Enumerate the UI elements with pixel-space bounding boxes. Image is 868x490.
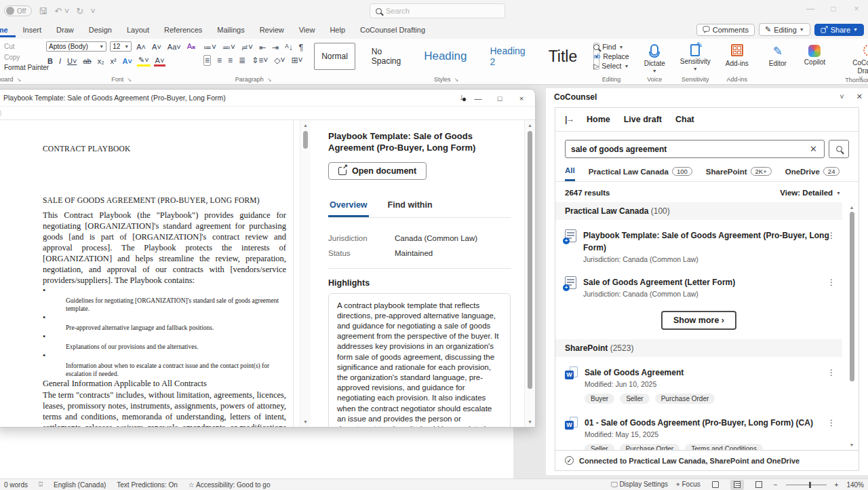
align-left-icon[interactable]: ≡ bbox=[203, 55, 211, 66]
kebab-menu-icon[interactable]: ⋮ bbox=[827, 231, 835, 240]
styles-dialog-launcher[interactable]: ↘ bbox=[454, 77, 459, 83]
align-center-icon[interactable]: ≡ bbox=[217, 56, 222, 65]
tab-review[interactable]: Review bbox=[252, 23, 292, 37]
scroll-up-icon[interactable]: ▲ bbox=[847, 205, 856, 210]
line-spacing-icon[interactable]: ⇕≡˅ bbox=[252, 56, 268, 65]
scroll-down-icon[interactable]: ▼ bbox=[847, 442, 856, 447]
font-dialog-launcher[interactable]: ↘ bbox=[127, 77, 132, 83]
collapse-ribbon-icon[interactable]: ˅ bbox=[859, 75, 863, 81]
focus-button[interactable]: ⌖ Focus bbox=[676, 480, 701, 489]
highlight-color-icon[interactable]: ✎˅ bbox=[137, 56, 151, 67]
filter-sharepoint[interactable]: SharePoint2K+ bbox=[706, 167, 772, 181]
tab-layout[interactable]: Layout bbox=[119, 23, 157, 37]
zoom-slider-thumb[interactable] bbox=[809, 482, 811, 488]
clear-formatting-icon[interactable]: A𝄪 bbox=[186, 42, 197, 51]
popup-minimize-icon[interactable]: — bbox=[467, 94, 489, 102]
find-button[interactable]: Find▼ bbox=[593, 43, 629, 51]
editing-mode-button[interactable]: ✎ Editing ▼ bbox=[759, 23, 810, 36]
text-predictions-status[interactable]: Text Predictions: On bbox=[117, 481, 177, 489]
undo-icon[interactable]: ↶ ˅ bbox=[54, 6, 69, 16]
tab-find-within[interactable]: Find within bbox=[387, 196, 434, 217]
zoom-in-button[interactable]: + bbox=[835, 481, 839, 489]
popup-maximize-icon[interactable]: □ bbox=[489, 94, 511, 102]
scrollbar-thumb[interactable] bbox=[528, 131, 532, 389]
result-item[interactable]: + Playbook Template: Sale of Goods Agree… bbox=[555, 223, 842, 269]
kebab-menu-icon[interactable]: ⋮ bbox=[827, 418, 835, 428]
result-item[interactable]: W 01 - Sale of Goods Agreement (Pro-Buye… bbox=[555, 410, 842, 450]
copilot-button[interactable]: Copilot bbox=[800, 43, 829, 67]
sensitivity-button[interactable]: Sensitivity ▼ bbox=[676, 41, 715, 73]
multilevel-list-icon[interactable]: ≓˅ bbox=[241, 43, 253, 52]
style-no-spacing[interactable]: No Spacing bbox=[365, 43, 408, 70]
proofing-book-icon[interactable]: ⌺ bbox=[39, 480, 43, 489]
editor-button[interactable]: ✎ Editor bbox=[765, 43, 791, 69]
collapse-pane-icon[interactable]: |→ bbox=[565, 115, 573, 124]
tab-references[interactable]: References bbox=[157, 23, 210, 37]
underline-icon[interactable]: U˅ bbox=[66, 57, 78, 65]
cocounsel-drafting-button[interactable]: CoCounsel Drafting bbox=[842, 41, 868, 76]
clipboard-dialog-launcher[interactable]: ↘ bbox=[16, 77, 21, 83]
scrollbar-thumb[interactable] bbox=[850, 212, 854, 381]
tab-help[interactable]: Help bbox=[322, 23, 353, 37]
close-icon[interactable]: × bbox=[845, 0, 868, 18]
display-settings-button[interactable]: 🖵︎ Display Settings bbox=[611, 480, 668, 489]
result-item[interactable]: W Sale of Goods Agreement Modified: Jun … bbox=[555, 360, 842, 410]
style-heading2[interactable]: Heading 2 bbox=[483, 43, 532, 70]
scrollbar-thumb[interactable] bbox=[303, 131, 308, 149]
web-layout-button[interactable] bbox=[752, 480, 766, 490]
strikethrough-icon[interactable]: ab bbox=[81, 57, 92, 65]
overview-scrollbar[interactable]: ▲ ▼ bbox=[524, 120, 535, 427]
pane-close-icon[interactable]: ✕ bbox=[856, 92, 863, 101]
shrink-font-icon[interactable]: A˅ bbox=[151, 43, 163, 51]
filter-onedrive[interactable]: OneDrive24 bbox=[785, 167, 840, 181]
numbering-icon[interactable]: ≕˅ bbox=[222, 43, 235, 52]
replace-button[interactable]: abReplace bbox=[593, 52, 629, 60]
style-heading[interactable]: Heading bbox=[417, 43, 473, 70]
text-effects-icon[interactable]: A˅ bbox=[121, 57, 134, 65]
print-layout-button[interactable] bbox=[730, 480, 744, 490]
font-color-icon[interactable]: A˅ bbox=[154, 56, 166, 67]
save-icon[interactable]: 🖫︎ bbox=[39, 6, 47, 16]
doc-preview-scrollbar[interactable]: ▲ ▼ bbox=[300, 120, 311, 427]
nav-chat[interactable]: Chat bbox=[675, 115, 694, 124]
borders-icon[interactable]: ⊞˅ bbox=[291, 56, 302, 65]
result-item[interactable]: + Sale of Goods Agreement (Letter Form) … bbox=[555, 269, 842, 304]
subscript-icon[interactable]: x₂ bbox=[96, 57, 106, 65]
customize-quick-access-icon[interactable]: ˅ bbox=[90, 6, 96, 16]
select-button[interactable]: ▷Select▼ bbox=[593, 62, 629, 70]
clipped-toolbar-button[interactable] bbox=[0, 109, 1, 118]
dictate-button[interactable]: Dictate ▼ bbox=[640, 41, 669, 75]
popup-titlebar[interactable]: Playbook Template: Sale of Goods Agreeme… bbox=[0, 90, 535, 107]
format-painter-button[interactable]: Format Painter bbox=[4, 62, 39, 73]
cut-button[interactable]: Cut bbox=[4, 41, 39, 52]
tab-insert[interactable]: Insert bbox=[16, 23, 50, 37]
results-scrollbar[interactable]: ▲ ▼ bbox=[847, 202, 856, 450]
scroll-down-icon[interactable]: ▼ bbox=[525, 419, 535, 424]
redo-icon[interactable]: ↻ bbox=[76, 6, 83, 16]
pane-options-chevron-icon[interactable]: ˅ bbox=[840, 92, 844, 101]
popup-close-icon[interactable]: × bbox=[511, 94, 532, 102]
tab-view[interactable]: View bbox=[292, 23, 323, 37]
accessibility-status[interactable]: ☆ Accessibility: Good to go bbox=[189, 481, 271, 489]
scroll-up-icon[interactable]: ▲ bbox=[300, 123, 311, 128]
addins-button[interactable]: Add-ins bbox=[722, 41, 753, 69]
share-button[interactable]: Share ▼ bbox=[814, 24, 864, 36]
document-preview-pane[interactable]: CONTRACT PLAYBOOK SALE OF GOODS AGREEMEN… bbox=[0, 120, 300, 427]
copy-button[interactable]: Copy bbox=[4, 52, 39, 63]
filter-practical-law-canada[interactable]: Practical Law Canada100 bbox=[589, 167, 692, 181]
maximize-icon[interactable]: □ bbox=[822, 0, 845, 18]
autosave-toggle[interactable]: Off bbox=[4, 5, 32, 16]
paragraph-dialog-launcher[interactable]: ↘ bbox=[267, 77, 272, 83]
tab-overview[interactable]: Overview bbox=[328, 196, 369, 217]
decrease-indent-icon[interactable]: ⇤ bbox=[259, 43, 266, 52]
nav-live-draft[interactable]: Live draft bbox=[624, 115, 662, 124]
align-right-icon[interactable]: ≡ bbox=[228, 56, 233, 65]
nav-home[interactable]: Home bbox=[587, 115, 610, 124]
show-more-button[interactable]: Show more › bbox=[661, 311, 736, 330]
tab-design[interactable]: Design bbox=[81, 23, 119, 37]
increase-indent-icon[interactable]: ⇥ bbox=[272, 43, 279, 52]
italic-icon[interactable]: I bbox=[58, 57, 62, 65]
tab-home[interactable]: Home bbox=[0, 23, 16, 37]
sort-icon[interactable]: ᴬ↓ bbox=[285, 43, 292, 52]
word-count[interactable]: 0 words bbox=[4, 481, 28, 489]
